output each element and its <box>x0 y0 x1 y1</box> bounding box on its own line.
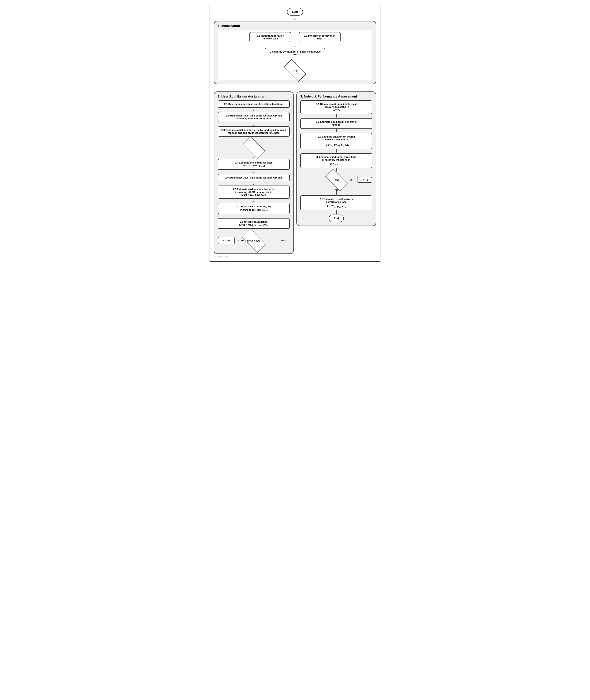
box-22-text: 2.2 Build least travel time paths for ea… <box>225 114 282 120</box>
box-24-text: 2.4 Estimate travel time for eachlink ba… <box>235 161 273 167</box>
box-21-text: 2.1 Determine open links and travel time… <box>224 103 283 106</box>
section1-inner: 1.1 Input transportation network data 1.… <box>218 30 372 80</box>
arrow-init-to-bottom <box>214 87 376 92</box>
box-11-text: 1.1 Input transportation network data <box>257 34 284 40</box>
label-no-in: No <box>350 179 353 181</box>
box-34-formula: pi = T0 – Ti <box>303 162 369 166</box>
start-row: Start <box>214 8 376 16</box>
box-33-formula: Ti = ΣLl=1 ∫vily=0 tti(y).dy <box>303 143 369 147</box>
label-yes-eps: Yes → <box>281 239 288 242</box>
section2-title: 2. User Equilibrium Assignment <box>218 95 290 99</box>
init-boxes-row: 1.1 Input transportation network data 1.… <box>220 32 370 42</box>
diamond-a1-text: a = 1 <box>251 146 257 149</box>
diamond-in-text: i = n <box>334 178 339 181</box>
box-35-text: 3.5 Estimate overall networkperformance … <box>320 198 353 203</box>
section3-title: 3. Network Performance Assessment <box>300 95 372 99</box>
box-35-formula: P = Σni=1 pi-1 × hi <box>303 205 369 208</box>
arrow-start-to-init <box>214 17 376 21</box>
box-13-text: 1.3 Identify the number of analysis inte… <box>269 50 321 56</box>
box-33: 3.3 Estimate equilibrium overallnetwork … <box>300 133 372 149</box>
box-28: 2.8 Check convergenceError = Max(va – va… <box>218 218 290 229</box>
box-21: 2.1 Determine open links and travel time… <box>218 100 290 108</box>
box-25-text: 2.5 Build least travel time paths for ea… <box>225 176 282 179</box>
section-initialization: 1. Initialization 1.1 Input transportati… <box>214 21 376 84</box>
box-33-text: 3.3 Estimate equilibrium overallnetwork … <box>318 135 355 141</box>
diamond-eps-wrapper: Error < eps <box>240 234 267 248</box>
box-35: 3.5 Estimate overall networkperformance … <box>300 196 372 211</box>
box-12-text: 1.2 Integrate recovery plan data <box>304 34 335 40</box>
diamond-a1-wrapper: a = 1 <box>242 141 265 154</box>
diagram-container: Start 1. Initialization 1.1 Input transp… <box>210 4 380 262</box>
arrow-init-boxes-to-13 <box>220 44 370 48</box>
label-yes-in: Yes <box>334 189 338 191</box>
box-23: 2.3 Estimate initial link flows (v₀) by … <box>218 126 290 137</box>
box-34-text: 3.4 Estimate additional travel timeat re… <box>316 155 356 161</box>
diamond-i0-text: i = 0 <box>293 69 297 72</box>
no-branch: No → i = i+1 <box>350 177 372 183</box>
box-26: 2.6 Estimate auxiliary link flows (v*)by… <box>218 186 290 199</box>
box-i-plus: i = i+1 <box>357 177 372 183</box>
box-23-text: 2.3 Estimate initial link flows (v₀) by … <box>221 129 286 134</box>
box-26-text: 2.6 Estimate auxiliary link flows (v*)by… <box>233 188 275 196</box>
box-24: 2.4 Estimate travel time for eachlink ba… <box>218 159 290 170</box>
box-25: 2.5 Build least travel time paths for ea… <box>218 174 290 182</box>
section-network-perf: 3. Network Performance Assessment 3.1 Ob… <box>296 92 376 226</box>
bottom-sections: 2. User Equilibrium Assignment 2.1 Deter… <box>214 92 376 254</box>
box-22: 2.2 Build least travel time paths for ea… <box>218 112 290 122</box>
start-oval: Start <box>287 8 303 16</box>
box-34: 3.4 Estimate additional travel timeat re… <box>300 153 372 168</box>
section1-title: 1. Initialization <box>218 24 372 28</box>
box-31-text: 3.1 Obtain equilibrium link flows atreco… <box>316 103 357 111</box>
box-11: 1.1 Input transportation network data <box>250 32 291 42</box>
box-12: 1.2 Integrate recovery plan data <box>299 32 340 42</box>
box-27-text: 2.7 Estimate link flows (va) byaveraging… <box>236 205 271 211</box>
box-28-text: 2.8 Check convergenceError = Max(va – va… <box>239 220 269 226</box>
box-32-text: 3.2 Estimate equilibrium link traveltime… <box>316 120 357 126</box>
box-i-plus-text: i = i+1 <box>362 179 368 181</box>
box-27: 2.7 Estimate link flows (va) byaveraging… <box>218 203 290 214</box>
diamond-i0-wrapper: i = 0 <box>284 64 306 77</box>
diamond-eps-row: a = a+1 ← No Error < eps Yes → <box>218 233 290 248</box>
box-a-plus: a = a+1 <box>218 237 235 244</box>
diamond-in-row: i = n No → i = i+1 Yes <box>300 172 372 188</box>
init-center-box: 1.3 Identify the number of analysis inte… <box>220 48 370 58</box>
diamond-eps-text: Error < eps <box>247 239 260 242</box>
end-oval: End <box>329 215 343 222</box>
box-a-plus-text: a = a+1 <box>222 239 230 242</box>
box-31: 3.1 Obtain equilibrium link flows atreco… <box>300 100 372 114</box>
box-13: 1.3 Identify the number of analysis inte… <box>265 48 325 58</box>
watermark: lampaqakoodi.info <box>214 255 376 257</box>
diamond-in-wrapper: i = n <box>325 173 348 187</box>
section-ue-assignment: 2. User Equilibrium Assignment 2.1 Deter… <box>214 92 294 254</box>
box-32: 3.2 Estimate equilibrium link traveltime… <box>300 118 372 129</box>
